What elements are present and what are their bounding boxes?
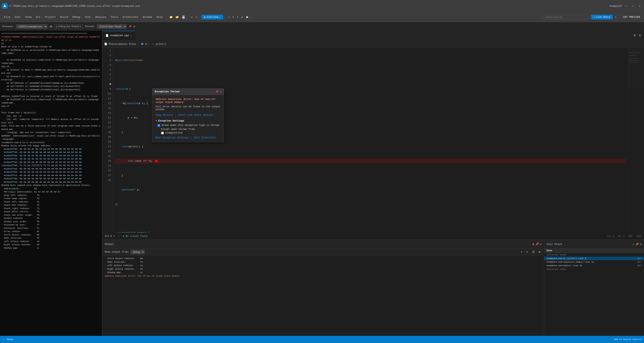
exe-checkbox[interactable]	[161, 132, 164, 134]
terminal-line: 0x3016ff70: 00 00 00 00 00 00 00 00 00 0…	[1, 157, 101, 161]
output-source-select[interactable]: Debug	[130, 250, 144, 254]
output-line: Shadow gap: cc	[105, 271, 542, 274]
breadcrumb-method[interactable]: print()	[156, 43, 166, 46]
toolbar-group-1: 📁 📂 💾	[168, 15, 186, 19]
tab-close-icon[interactable]: ✕	[130, 34, 132, 37]
undo-icon[interactable]: ↩	[190, 15, 194, 19]
terminal-line: SUMMARY: AddressSanitizer: stack-use-aft…	[1, 134, 101, 144]
output-scrollbar[interactable]	[102, 333, 544, 336]
minimize-btn[interactable]: ─	[624, 5, 628, 8]
process-select[interactable]: [18652] example4.exe	[16, 24, 47, 29]
open-icon[interactable]: 📂	[174, 15, 180, 19]
output-clear-icon[interactable]: ⊗	[532, 242, 534, 246]
live-share-button[interactable]: ↗ Live Share	[591, 15, 613, 19]
break-checkbox[interactable]	[158, 124, 160, 127]
search-input[interactable]	[544, 15, 588, 20]
menu-tools[interactable]: Tools	[109, 15, 120, 19]
cs-row-3[interactable]: example4.exe!main() Line 26 C++	[544, 264, 644, 267]
popup-links: Copy Details | Start Live Share session.…	[156, 114, 221, 117]
cs-row-2[interactable]: example4.exe!explicit_temp() Line 16 C++	[544, 260, 644, 264]
feedback-icon[interactable]: ☺	[614, 15, 618, 19]
redo-icon[interactable]: ↪	[194, 15, 198, 19]
col-status: Ch: 1	[618, 235, 624, 237]
exe-checkbox-row: example4.exe	[161, 132, 221, 134]
menu-analyze[interactable]: Analyze	[93, 15, 108, 19]
terminal-line: #3 0x2b3671 in _scrt_common_main_seh d:\…	[1, 75, 101, 82]
menu-test[interactable]: Test	[83, 15, 93, 19]
save-icon[interactable]: 💾	[180, 15, 186, 19]
debug-bar: Process: [18652] example4.exe 📹 Lifecycl…	[0, 22, 644, 31]
breadcrumb-class[interactable]: A	[145, 43, 147, 46]
terminal-line: Poisoned by user: f7	[1, 223, 101, 227]
open-exception-settings-link[interactable]: Open Exception Settings	[156, 136, 189, 139]
continue-chevron: ▾	[219, 16, 220, 18]
live-share-session-link[interactable]: Start Live Share session...	[178, 114, 217, 117]
output-controls: Show output from: Debug ⬆ ⬇ ☰ ⊞	[102, 248, 544, 256]
close-btn[interactable]: ✕	[637, 5, 642, 8]
menu-help[interactable]: Help	[154, 15, 164, 19]
callstack-close-icon[interactable]: ✕	[640, 242, 642, 246]
info-bar: 111 % ▾ | ● No issues found Ln: 8 Ch: 1 …	[102, 233, 644, 240]
cs-row-1[interactable]: example4.exe!A::print() Line 8 C++	[544, 257, 644, 260]
zoom-chevron[interactable]: ▾	[114, 235, 115, 238]
terminal-line: Partially addressable: 01 02 03 04 05 06…	[1, 190, 101, 194]
output-toolbar-icon-1[interactable]: ⬆	[520, 250, 524, 254]
callstack-pin-icon[interactable]: 📌	[636, 242, 639, 246]
output-toolbar-icon-3[interactable]: ☰	[531, 250, 536, 254]
line-num: 6	[104, 72, 111, 77]
breadcrumb-file[interactable]: Miscellaneous Files	[109, 43, 136, 46]
menu-edit[interactable]: Edit	[12, 15, 23, 19]
callstack-header-row: Name	[544, 248, 644, 253]
minimap[interactable]	[628, 48, 644, 233]
settings-toggle-icon[interactable]: ▾	[156, 119, 157, 122]
menu-project[interactable]: Project	[43, 15, 58, 19]
menu-debug[interactable]: Debug	[70, 15, 82, 19]
menu-git[interactable]: Git	[34, 15, 42, 19]
add-source-control-btn[interactable]: Add to Source Control	[614, 338, 642, 340]
menu-build[interactable]: Build	[58, 15, 70, 19]
stop-icon[interactable]: ⏹	[244, 15, 250, 19]
callstack-action-icon-1[interactable]: ↗	[632, 242, 634, 246]
terminal-error: ==18652==ERROR: AddressSanitizer: stack-…	[1, 35, 101, 45]
terminal-line: Addressable: 00	[1, 187, 101, 190]
menu-extensions[interactable]: Extensions	[121, 15, 140, 19]
callstack-actions: ↗ 📌 ✕	[632, 242, 642, 246]
output-toolbar-icon-2[interactable]: ⬇	[525, 250, 529, 254]
breadcrumb-sep-1: ›	[138, 43, 139, 46]
split-editor-icon[interactable]: ⊞	[632, 33, 636, 38]
maximize-btn[interactable]: □	[630, 5, 635, 8]
terminal-line	[1, 91, 101, 95]
output-close-icon[interactable]: ✕	[540, 242, 542, 246]
thread-select[interactable]: [21824] Main Thread	[97, 24, 126, 29]
menu-view[interactable]: View	[23, 15, 33, 19]
callstack-header: Call Stack ↗ 📌 ✕	[544, 240, 644, 248]
terminal-line: Stack left redzone: f1	[1, 200, 101, 204]
terminal-line: =>0x3016ff90: f1 f1 04 f2[f8]f3 f3 f3 00…	[1, 164, 101, 167]
step-into-icon[interactable]: ⬇	[231, 15, 235, 19]
continue-button[interactable]: ▶ Continue ▾	[202, 15, 223, 19]
output-toolbar-icon-4[interactable]: ⊞	[538, 250, 542, 254]
output-panel: Output ⊗ 📌 ✕ Show output from: Debug	[102, 240, 544, 336]
popup-close-icon[interactable]: ✕	[220, 90, 222, 93]
menu-window[interactable]: Window	[141, 15, 154, 19]
terminal-line: Global init order: f6	[1, 220, 101, 223]
issues-icon: ●	[122, 235, 124, 238]
copy-details-link[interactable]: Copy Details	[156, 114, 173, 117]
settings-icon[interactable]: ⚙	[638, 33, 642, 38]
menu-separator	[166, 14, 166, 20]
cs-row-4[interactable]: [External Code]	[544, 267, 644, 271]
new-project-icon[interactable]: 📁	[168, 15, 174, 19]
popup-pin-icon[interactable]: 📌	[216, 90, 218, 93]
lifecycle-events-btn[interactable]: Lifecycle Events	[54, 24, 83, 29]
terminal-line: #1 0x25135a in explicit_temp(void) C:\MS…	[1, 58, 101, 68]
restart-icon[interactable]: ↺	[240, 15, 244, 19]
edit-conditions-link[interactable]: Edit Conditions	[194, 136, 216, 139]
terminal-line: Heap left redzone: fa	[1, 194, 101, 197]
output-pin-icon[interactable]: 📌	[535, 242, 539, 246]
step-out-icon[interactable]: ⬆	[236, 15, 240, 19]
cs-row-0[interactable]: [External Code]	[544, 253, 644, 257]
menu-file[interactable]: File	[2, 15, 12, 19]
tab-example4[interactable]: 📄 example4.cpp ✕	[102, 31, 135, 40]
terminal-panel[interactable]: ========================================…	[0, 31, 102, 336]
step-over-icon[interactable]: ⟶	[227, 15, 231, 19]
